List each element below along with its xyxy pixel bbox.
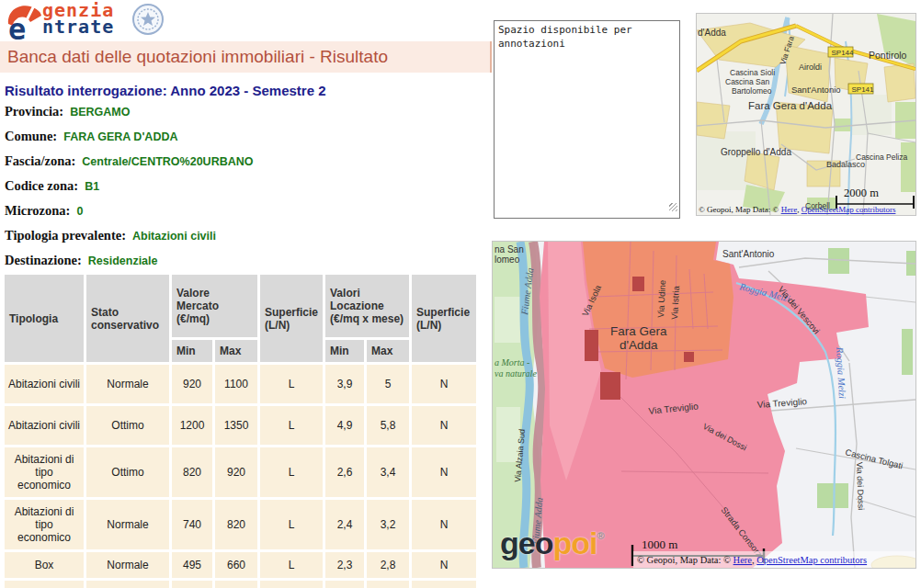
field-label: Microzona: — [5, 203, 70, 219]
col-header-vm-max: Max — [215, 340, 257, 362]
field-value: Centrale/CENTRO%20URBANO — [82, 155, 253, 168]
map-label-dadda: d'Adda — [620, 338, 658, 352]
field-value: BERGAMO — [70, 106, 130, 119]
table-row: Ville e VilliniNormale 13501650 L5,5 6,7… — [5, 581, 476, 588]
watermark-poi: poi — [552, 526, 597, 560]
field-value: 0 — [76, 205, 83, 218]
map-label-naturale-fragment: va naturale — [495, 368, 537, 379]
logo-word-entrate: ntrate — [42, 16, 114, 38]
zone-map[interactable]: na San lomeo Sant'Antonio Fiume Adda Fiu… — [492, 241, 916, 569]
scale-label: 2000 m — [844, 187, 879, 199]
here-link[interactable]: Here — [781, 205, 798, 214]
field-fascia-zona: Fascia/zona: Centrale/CENTRO%20URBANO — [5, 149, 483, 174]
map-label-bartolomeo: Bartolomeo — [732, 86, 772, 96]
table-row: Abitazioni civiliNormale 9201100 L3,9 5N — [5, 365, 476, 403]
field-value: FARA GERA D'ADDA — [63, 130, 177, 143]
col-header-vl-max: Max — [367, 340, 409, 362]
page-title-bar: Banca dati delle quotazioni immobiliari … — [0, 41, 492, 73]
openstreetmap-link[interactable]: OpenStreetMap contributors — [802, 205, 896, 214]
map-label-morta-fragment: a Morta - — [495, 357, 529, 368]
col-header-superficie-2: Superficie (L/N) — [412, 275, 476, 362]
col-header-tipologia: Tipologia — [5, 275, 84, 362]
map-label-sant-antonio: Sant'Antonio — [722, 249, 775, 259]
col-header-superficie-1: Superficie (L/N) — [260, 275, 323, 362]
overview-map-shapes — [697, 14, 915, 215]
openstreetmap-link[interactable]: OpenStreetMap contributors — [756, 555, 867, 565]
overview-map[interactable]: d'Adda Via Fara Airoldi SP144 Pontirolo … — [696, 13, 916, 216]
map-label-cascina-san: Cascina San — [725, 77, 769, 86]
field-codice-zona: Codice zona: B1 — [5, 174, 483, 198]
map-label-groppello: Groppello d'Adda — [721, 147, 791, 157]
svg-text:geopoi®: geopoi® — [500, 526, 604, 560]
col-header-stato: Stato conservativo — [86, 275, 169, 362]
field-destinazione: Destinazione: Residenziale — [5, 248, 483, 273]
field-value: Abitazioni civili — [132, 230, 216, 243]
map-label-adda: d'Adda — [698, 28, 726, 38]
map-label-pontirolo: Pontirolo — [869, 50, 907, 61]
map-label-bartolomeo-fragment: lomeo — [495, 254, 520, 265]
road-badge-sp141-label: SP141 — [852, 85, 875, 94]
map-label-fara-gera-dadda: Fara Gera d'Adda — [748, 100, 833, 111]
road-badge-sp144-label: SP144 — [832, 49, 855, 57]
watermark-geo: geo — [500, 526, 553, 560]
field-label: Provincia: — [5, 104, 63, 119]
map-label-via-dei-dossi-east: Via dei Dossi — [855, 462, 866, 511]
table-row: Abitazioni di tipo economicoOttimo 82092… — [5, 447, 476, 497]
field-value: B1 — [85, 180, 99, 193]
map-label-via-udine: Via Udine — [655, 280, 667, 319]
field-microzona: Microzona: 0 — [5, 198, 483, 223]
geopoi-watermark: geopoi® — [500, 526, 604, 560]
textarea-resize-handle-icon[interactable] — [669, 203, 677, 211]
map-label-fara-gera: Fara Gera — [610, 324, 667, 338]
result-heading: Risultato interrogazione: Anno 2023 - Se… — [5, 83, 326, 98]
scale-label: 1000 m — [642, 537, 677, 551]
table-row: BoxNormale 495660 L2,3 2,8N — [5, 552, 476, 578]
map-label-via-istria: Via Istria — [669, 285, 681, 320]
watermark-reg: ® — [597, 530, 604, 541]
table-row: Abitazioni di tipo economicoNormale 7408… — [5, 500, 476, 549]
map-label-airoldi: Airoldi — [799, 62, 822, 72]
map-label-sant-antonio: Sant'Antonio — [791, 85, 841, 95]
quotations-table: Tipologia Stato conservativo Valore Merc… — [2, 272, 479, 588]
table-row: Abitazioni civiliOttimo 12001350 L4,9 5,… — [5, 406, 476, 445]
overview-map-attribution: © Geopoi, Map Data: © Here, OpenStreetMa… — [699, 205, 896, 214]
field-label: Fascia/zona: — [5, 153, 75, 169]
map-label-cascina-san-fragment: na San — [495, 244, 524, 254]
here-link[interactable]: Here — [733, 555, 753, 565]
field-value: Residenziale — [88, 254, 158, 267]
field-label: Tipologia prevalente: — [5, 228, 126, 243]
field-provincia: Provincia: BERGAMO — [5, 99, 483, 124]
logo-mark-icon: e — [6, 2, 44, 40]
field-comune: Comune: FARA GERA D'ADDA — [5, 124, 483, 149]
field-label: Codice zona: — [5, 178, 78, 194]
col-header-vl-min: Min — [325, 340, 364, 362]
col-header-valori-locazione: Valori Locazione (€/mq x mese) — [325, 275, 409, 337]
italian-republic-emblem-icon — [131, 2, 165, 37]
zone-map-shapes — [493, 242, 915, 568]
field-label: Destinazione: — [5, 253, 82, 268]
annotations-textarea[interactable]: Spazio disponibile per annotazioni — [494, 20, 680, 219]
map-label-cascina-sioli: Cascina Sioli — [730, 68, 775, 77]
zone-map-attribution: © Geopoi, Map Data: © Here, OpenStreetMa… — [637, 555, 867, 565]
agenzia-entrate-logo-mark: e — [6, 2, 44, 40]
field-tipologia-prevalente: Tipologia prevalente: Abitazioni civili — [5, 223, 483, 248]
result-fields: Provincia: BERGAMO Comune: FARA GERA D'A… — [5, 99, 483, 273]
page-title: Banca dati delle quotazioni immobiliari … — [0, 41, 490, 72]
field-label: Comune: — [5, 129, 57, 144]
agenzia-entrate-logo: e genzia ntrate — [6, 2, 166, 40]
map-label-badalasco: Badalasco — [826, 160, 865, 169]
svg-text:e: e — [8, 12, 26, 40]
col-header-valore-mercato: Valore Mercato (€/mq) — [172, 275, 257, 337]
col-header-vm-min: Min — [172, 340, 212, 362]
